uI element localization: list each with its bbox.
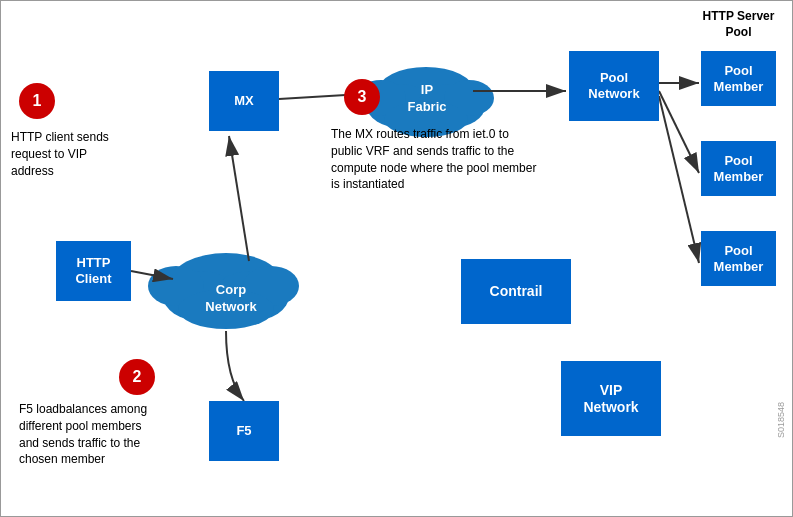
http-client-box: HTTP Client [56, 241, 131, 301]
f5-box: F5 [209, 401, 279, 461]
svg-line-18 [659, 96, 699, 263]
server-pool-header: HTTP Server Pool [691, 9, 786, 40]
svg-line-13 [229, 136, 249, 261]
step-3-circle: 3 [344, 79, 380, 115]
pool-member-1-box: Pool Member [701, 51, 776, 106]
pool-network-box: Pool Network [569, 51, 659, 121]
svg-line-12 [131, 271, 173, 279]
step-2-circle: 2 [119, 359, 155, 395]
ip-fabric-cloud: IP Fabric [379, 61, 475, 136]
contrail-box: Contrail [461, 259, 571, 324]
step-1-label: HTTP client sends request to VIP address [11, 129, 121, 179]
vip-network-box: VIP Network [561, 361, 661, 436]
mx-box: MX [209, 71, 279, 131]
corp-network-cloud: Corp Network [176, 256, 286, 341]
svg-line-17 [659, 91, 699, 173]
pool-member-2-box: Pool Member [701, 141, 776, 196]
pool-member-3-box: Pool Member [701, 231, 776, 286]
watermark: S018548 [776, 402, 786, 438]
diagram-container: Corp Network IP Fabric MX HTTP Client F5… [1, 1, 793, 517]
step-2-label: F5 loadbalances among different pool mem… [19, 401, 149, 468]
step-1-circle: 1 [19, 83, 55, 119]
step-3-label: The MX routes traffic from iet.0 to publ… [331, 126, 541, 193]
